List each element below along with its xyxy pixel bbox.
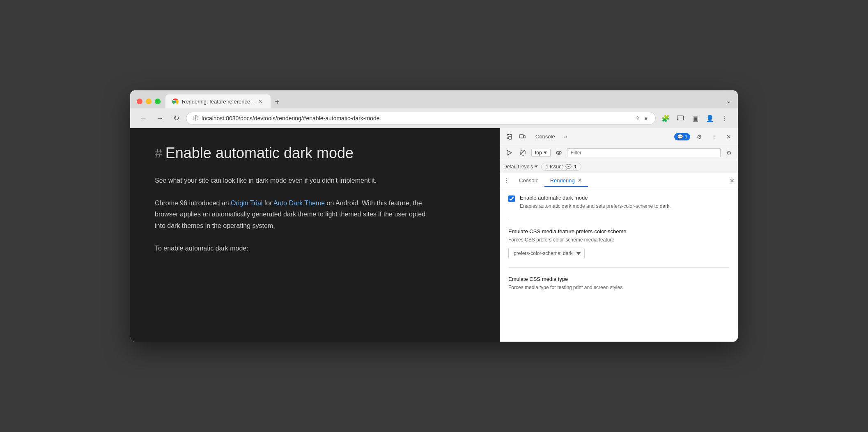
page-content: # Enable automatic dark mode See what yo… — [130, 128, 500, 342]
svg-point-7 — [556, 151, 561, 154]
extensions-button[interactable]: 🧩 — [659, 112, 672, 125]
devtools-header: Console » 💬 1 ⚙ ⋮ ✕ — [500, 128, 738, 145]
filter-settings-button[interactable]: ⚙ — [723, 147, 735, 159]
dark-mode-desc: Enables automatic dark mode and sets pre… — [520, 202, 671, 210]
auto-dark-theme-link[interactable]: Auto Dark Theme — [273, 200, 325, 207]
close-button[interactable] — [137, 99, 142, 104]
dark-mode-text: Enable automatic dark mode Enables autom… — [520, 195, 671, 210]
browser-window: Rendering: feature reference - ✕ + ⌄ ← →… — [130, 90, 738, 342]
address-bar-icons: ⇪ ★ — [635, 115, 649, 122]
issue-count: 1 — [574, 164, 577, 170]
rendering-section-2: Emulate CSS media feature prefers-color-… — [508, 228, 730, 268]
devtools-more-button[interactable]: ⋮ — [708, 131, 720, 142]
device-toolbar-button[interactable] — [517, 131, 528, 142]
settings-button[interactable]: ⚙ — [693, 131, 705, 142]
tab-bar: Rendering: feature reference - ✕ + — [165, 94, 721, 108]
more-tabs-button[interactable]: » — [562, 132, 569, 141]
play-console-button[interactable] — [503, 147, 515, 159]
dark-mode-row: Enable automatic dark mode Enables autom… — [508, 195, 730, 210]
console-toolbar: top ⚙ — [500, 145, 738, 160]
page-heading: # Enable automatic dark mode — [155, 145, 475, 162]
profile-button[interactable]: 👤 — [703, 112, 716, 125]
nav-right-icons: 🧩 ▣ 👤 ⋮ — [659, 112, 731, 125]
color-scheme-select[interactable]: No emulation prefers-color-scheme: dark … — [508, 248, 585, 259]
panel-more-dots[interactable]: ⋮ — [503, 177, 510, 184]
bookmark-icon[interactable]: ★ — [643, 115, 649, 122]
console-main-tab[interactable]: Console — [530, 131, 561, 142]
svg-marker-6 — [507, 150, 512, 155]
main-area: # Enable automatic dark mode See what yo… — [130, 128, 738, 342]
paragraph-2: Chrome 96 introduced an Origin Trial for… — [155, 198, 434, 231]
tab-close-button[interactable]: ✕ — [257, 98, 264, 105]
window-controls — [137, 99, 161, 104]
minimize-button[interactable] — [146, 99, 152, 104]
tab-console[interactable]: Console — [513, 174, 544, 187]
tab-rendering[interactable]: Rendering ✕ — [544, 174, 588, 187]
eye-button[interactable] — [553, 147, 565, 159]
color-scheme-select-wrapper: No emulation prefers-color-scheme: dark … — [508, 244, 585, 259]
nav-bar: ← → ↻ ⓘ localhost:8080/docs/devtools/ren… — [130, 108, 738, 128]
new-tab-button[interactable]: + — [271, 95, 284, 108]
dark-mode-label: Enable automatic dark mode — [520, 195, 671, 201]
rendering-section-3: Emulate CSS media type Forces media type… — [508, 276, 730, 299]
svg-rect-5 — [524, 136, 525, 138]
emulate-css-desc: Forces CSS prefers-color-scheme media fe… — [508, 236, 730, 244]
window-controls-right: ⌄ — [726, 97, 731, 106]
levels-text: Default levels — [503, 164, 533, 170]
para2-prefix: Chrome 96 introduced an — [155, 200, 231, 207]
emulate-css-label: Emulate CSS media feature prefers-color-… — [508, 228, 730, 234]
dark-mode-checkbox[interactable] — [508, 195, 515, 202]
issues-badge[interactable]: 💬 1 — [674, 133, 690, 140]
heading-text: Enable automatic dark mode — [165, 145, 354, 162]
more-button[interactable]: ⋮ — [718, 112, 731, 125]
levels-dropdown-arrow — [535, 165, 538, 168]
default-levels-dropdown[interactable]: Default levels — [503, 164, 538, 170]
issue-icon: 💬 — [565, 164, 572, 170]
inspect-element-button[interactable] — [503, 131, 515, 142]
context-dropdown-arrow — [544, 152, 547, 154]
address-bar[interactable]: ⓘ localhost:8080/docs/devtools/rendering… — [186, 112, 656, 125]
split-view-button[interactable]: ▣ — [689, 112, 702, 125]
clear-console-button[interactable] — [517, 147, 529, 159]
heading-hash: # — [155, 146, 162, 161]
rendering-tab-label: Rendering — [550, 177, 575, 184]
devtools-close-button[interactable]: ✕ — [723, 131, 735, 142]
media-type-desc: Forces media type for testing print and … — [508, 284, 730, 291]
share-icon[interactable]: ⇪ — [635, 115, 640, 122]
message-icon: 💬 — [677, 134, 683, 140]
panel-close-button[interactable]: ✕ — [730, 177, 735, 184]
media-type-label: Emulate CSS media type — [508, 276, 730, 282]
context-dropdown[interactable]: top — [531, 149, 551, 157]
devtools-tab-area: Console » — [530, 131, 673, 142]
clear-icon — [520, 150, 526, 156]
url-text: localhost:8080/docs/devtools/rendering/#… — [202, 115, 632, 122]
forward-button[interactable]: → — [153, 112, 166, 125]
tab-favicon — [172, 98, 179, 105]
active-tab[interactable]: Rendering: feature reference - ✕ — [165, 94, 271, 108]
title-bar: Rendering: feature reference - ✕ + ⌄ — [130, 90, 738, 108]
issue-badge[interactable]: 1 Issue: 💬 1 — [541, 163, 581, 171]
rendering-section-1: Enable automatic dark mode Enables autom… — [508, 195, 730, 220]
svg-rect-3 — [509, 136, 512, 139]
back-button[interactable]: ← — [137, 112, 150, 125]
devtools-panel: Console » 💬 1 ⚙ ⋮ ✕ — [500, 128, 738, 342]
cast-button[interactable] — [674, 112, 687, 125]
svg-rect-4 — [519, 135, 524, 138]
panel-tabs: ⋮ Console Rendering ✕ ✕ — [500, 173, 738, 188]
reload-button[interactable]: ↻ — [170, 112, 183, 125]
tab-title: Rendering: feature reference - — [182, 99, 253, 105]
filter-input[interactable] — [567, 148, 721, 157]
badge-count: 1 — [685, 134, 687, 139]
rendering-tab-close[interactable]: ✕ — [578, 177, 582, 184]
context-value: top — [535, 150, 542, 156]
paragraph-3: To enable automatic dark mode: — [155, 243, 434, 254]
origin-trial-link[interactable]: Origin Trial — [231, 200, 262, 207]
maximize-button[interactable] — [155, 99, 161, 104]
rendering-content: Enable automatic dark mode Enables autom… — [500, 188, 738, 342]
svg-point-8 — [558, 152, 560, 154]
paragraph-1: See what your site can look like in dark… — [155, 175, 434, 186]
security-icon: ⓘ — [193, 115, 198, 122]
console-levels-row: Default levels 1 Issue: 💬 1 — [500, 160, 738, 173]
issue-label: 1 Issue: — [546, 164, 563, 170]
para2-middle: for — [264, 200, 273, 207]
